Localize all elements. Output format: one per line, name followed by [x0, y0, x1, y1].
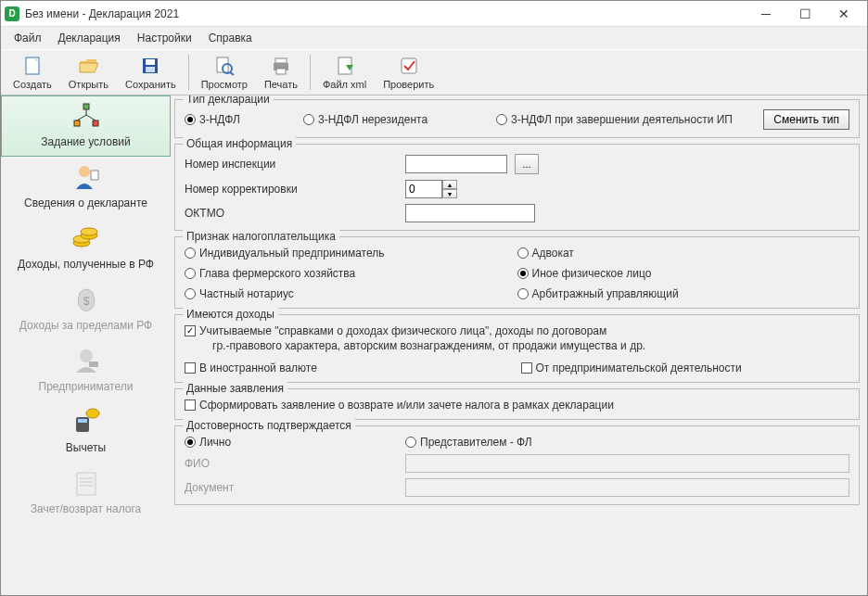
group-statement: Данные заявления Сформировать заявление … [174, 388, 860, 420]
group-reliability: Достоверность подтверждается Лично Предс… [174, 425, 860, 505]
menu-declaration[interactable]: Декларация [51, 29, 128, 47]
window-title: Без имени - Декларация 2021 [25, 7, 747, 20]
spin-down-button[interactable]: ▼ [442, 189, 457, 198]
radio-ip[interactable]: Индивидуальный предприниматель [185, 247, 517, 260]
sidebar-refund[interactable]: Зачет/возврат налога [1, 463, 171, 524]
svg-point-18 [79, 166, 90, 177]
save-icon [139, 55, 161, 77]
radio-dot-icon [185, 114, 196, 125]
svg-rect-26 [89, 361, 98, 367]
check-business-income[interactable]: От предпринимательской деятельности [521, 361, 850, 374]
browse-inspection-button[interactable]: ... [515, 154, 539, 174]
svg-rect-11 [402, 58, 416, 73]
radio-representative[interactable]: Представителем - ФЛ [405, 436, 532, 449]
check-form-statement[interactable]: Сформировать заявление о возврате и/или … [185, 399, 614, 412]
input-oktmo[interactable] [405, 204, 535, 222]
preview-icon [213, 55, 236, 77]
deductions-icon [70, 406, 102, 437]
toolbar-separator [310, 55, 311, 90]
toolbar-open[interactable]: Открыть [60, 52, 117, 93]
person-icon [70, 161, 102, 193]
check-foreign-currency[interactable]: В иностранной валюте [185, 361, 514, 374]
menu-file[interactable]: Файл [6, 29, 49, 47]
sidebar-declarant[interactable]: Сведения о декларанте [1, 157, 171, 218]
radio-other-person[interactable]: Иное физическое лицо [517, 267, 850, 280]
sidebar-income-abroad[interactable]: $ Доходы за пределами РФ [1, 279, 171, 340]
svg-rect-12 [83, 104, 89, 109]
coins-icon [70, 222, 102, 254]
label-inspection: Номер инспекции [185, 158, 398, 171]
refund-icon [70, 467, 102, 499]
svg-point-25 [80, 349, 93, 362]
checkmark-icon [185, 325, 196, 336]
new-file-icon [21, 55, 44, 77]
radio-self[interactable]: Лично [185, 436, 398, 449]
change-type-button[interactable]: Сменить тип [763, 109, 849, 130]
svg-line-16 [77, 115, 86, 120]
input-document [405, 478, 849, 497]
toolbar-xml[interactable]: Файл xml [314, 52, 375, 93]
svg-text:$: $ [83, 295, 89, 308]
radio-arbitr[interactable]: Арбитражный управляющий [517, 287, 850, 300]
maximize-button[interactable]: ☐ [785, 3, 824, 25]
svg-rect-3 [146, 67, 155, 72]
label-fio: ФИО [185, 457, 398, 470]
cert-income-note: гр.-правового характера, авторским возна… [212, 339, 849, 352]
svg-rect-19 [91, 171, 98, 180]
app-window: D Без имени - Декларация 2021 ─ ☐ ✕ Файл… [0, 0, 868, 596]
app-icon: D [5, 6, 19, 21]
menubar: Файл Декларация Настройки Справка [1, 27, 867, 49]
radio-lawyer[interactable]: Адвокат [517, 247, 850, 260]
body: Задание условий Сведения о декларанте До… [1, 95, 867, 595]
label-oktmo: ОКТМО [185, 207, 398, 220]
svg-rect-30 [77, 473, 96, 495]
toolbar-separator [188, 55, 189, 90]
svg-rect-13 [74, 120, 80, 126]
input-correction[interactable] [405, 180, 442, 198]
check-cert-income[interactable]: Учитываемые "справками о доходах физичес… [185, 324, 606, 337]
xml-icon [334, 55, 356, 77]
label-correction: Номер корректировки [185, 183, 398, 196]
svg-line-17 [86, 115, 96, 120]
sidebar-income-rf[interactable]: Доходы, полученные в РФ [1, 218, 171, 279]
titlebar: D Без имени - Декларация 2021 ─ ☐ ✕ [1, 1, 867, 27]
group-general-info: Общая информация Номер инспекции ... Ном… [174, 144, 860, 231]
svg-rect-2 [146, 59, 155, 65]
menu-settings[interactable]: Настройки [130, 29, 199, 47]
close-button[interactable]: ✕ [824, 3, 863, 25]
window-controls: ─ ☐ ✕ [747, 3, 863, 25]
toolbar-preview[interactable]: Просмотр [193, 52, 256, 93]
toolbar-create[interactable]: Создать [5, 52, 60, 93]
radio-3ndfl-ip[interactable]: 3-НДФЛ при завершении деятельности ИП [496, 113, 756, 126]
menu-help[interactable]: Справка [201, 29, 260, 47]
svg-rect-14 [93, 120, 98, 126]
radio-3ndfl[interactable]: 3-НДФЛ [185, 113, 296, 126]
conditions-icon [70, 100, 102, 132]
print-icon [270, 55, 292, 77]
sidebar-deductions[interactable]: Вычеты [1, 401, 171, 463]
label-document: Документ [185, 481, 398, 494]
sidebar-conditions[interactable]: Задание условий [1, 95, 171, 157]
input-fio [405, 454, 849, 473]
toolbar: Создать Открыть Сохранить Просмотр Печат… [1, 49, 867, 95]
toolbar-check[interactable]: Проверить [375, 52, 442, 93]
radio-3ndfl-nonresident[interactable]: 3-НДФЛ нерезидента [303, 113, 489, 126]
content: Тип декларации 3-НДФЛ 3-НДФЛ нерезидента… [171, 95, 867, 595]
svg-rect-28 [78, 419, 87, 423]
group-declaration-type: Тип декларации 3-НДФЛ 3-НДФЛ нерезидента… [174, 99, 860, 138]
toolbar-save[interactable]: Сохранить [117, 52, 185, 93]
spinner-correction: ▲ ▼ [405, 180, 457, 198]
toolbar-print[interactable]: Печать [256, 52, 306, 93]
svg-point-23 [81, 228, 97, 235]
svg-rect-7 [275, 58, 287, 63]
spin-up-button[interactable]: ▲ [442, 180, 457, 189]
svg-point-29 [86, 409, 99, 418]
folder-open-icon [77, 55, 99, 77]
sidebar-entrepreneurs[interactable]: Предприниматели [1, 340, 171, 401]
svg-line-6 [230, 72, 234, 75]
input-inspection[interactable] [405, 155, 507, 173]
minimize-button[interactable]: ─ [747, 3, 785, 25]
radio-farmer[interactable]: Глава фермерского хозяйства [185, 267, 517, 280]
radio-notary[interactable]: Частный нотариус [185, 287, 517, 300]
svg-rect-9 [276, 69, 286, 74]
